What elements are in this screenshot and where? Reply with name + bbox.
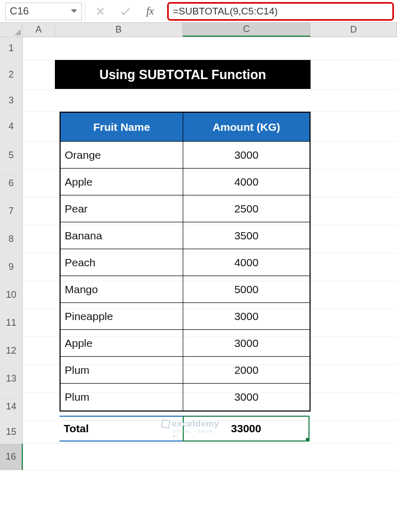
table-row: Plum3000	[61, 384, 310, 411]
fruit-amount[interactable]: 4000	[183, 169, 310, 195]
formula-bar: C16 fx =SUBTOTAL(9,C5:C14)	[0, 0, 397, 23]
cell-D13[interactable]	[311, 365, 397, 392]
fruit-name[interactable]: Apple	[61, 169, 183, 195]
sheet-area: 1 2 3 4 5 6 7 8 9 10 11 12 13 14 15 16 U…	[0, 37, 397, 470]
fx-label: fx	[146, 5, 154, 17]
cell-A1[interactable]	[23, 37, 55, 59]
cell-D3[interactable]	[311, 90, 397, 111]
row-head-3[interactable]: 3	[0, 90, 23, 111]
fruit-amount[interactable]: 3000	[183, 384, 310, 411]
cell-A8[interactable]	[23, 225, 55, 253]
fruit-name[interactable]: Plum	[61, 384, 183, 411]
cell-D16[interactable]	[311, 444, 397, 470]
fruit-name[interactable]: Plum	[61, 357, 183, 383]
cell-A15[interactable]	[23, 421, 55, 443]
cell-A6[interactable]	[23, 170, 55, 197]
fruit-amount[interactable]: 2500	[183, 195, 310, 222]
table-row: Plum2000	[61, 357, 310, 384]
cell-A12[interactable]	[23, 337, 55, 364]
row-head-1[interactable]: 1	[0, 37, 23, 59]
name-box-value: C16	[10, 5, 71, 17]
cell-D10[interactable]	[311, 281, 397, 309]
row-head-8[interactable]: 8	[0, 225, 23, 253]
formula-text: =SUBTOTAL(9,C5:C14)	[173, 6, 278, 17]
cell-C1[interactable]	[183, 37, 311, 59]
fruit-name[interactable]: Mango	[61, 276, 183, 302]
fruit-name[interactable]: Peach	[61, 249, 183, 276]
cell-A4[interactable]	[23, 112, 55, 141]
row-head-5[interactable]: 5	[0, 142, 23, 169]
cell-A5[interactable]	[23, 142, 55, 169]
cell-D1[interactable]	[311, 37, 397, 59]
cell-A7[interactable]	[23, 197, 55, 225]
cell-D5[interactable]	[311, 142, 397, 169]
name-box[interactable]: C16	[5, 3, 82, 20]
cell-A14[interactable]	[23, 393, 55, 420]
fruit-amount[interactable]: 3000	[183, 303, 310, 329]
formula-input[interactable]: =SUBTOTAL(9,C5:C14)	[167, 2, 394, 21]
select-all-corner[interactable]	[0, 23, 23, 37]
cell-A3[interactable]	[23, 90, 55, 111]
cell-D15[interactable]	[311, 421, 397, 443]
row-head-2[interactable]: 2	[0, 60, 23, 89]
fruit-name[interactable]: Banana	[61, 222, 183, 249]
row-head-6[interactable]: 6	[0, 170, 23, 197]
cell-D4[interactable]	[311, 112, 397, 141]
row-16: 16	[0, 444, 397, 470]
fruit-amount[interactable]: 3000	[183, 330, 310, 356]
table-row: Apple3000	[61, 330, 310, 357]
row-head-10[interactable]: 10	[0, 281, 23, 309]
cell-A2[interactable]	[23, 60, 55, 89]
fruit-amount[interactable]: 3000	[183, 142, 310, 168]
cell-D8[interactable]	[311, 225, 397, 253]
cell-B3[interactable]	[55, 90, 183, 111]
fruit-name[interactable]: Orange	[61, 142, 183, 168]
cell-A13[interactable]	[23, 365, 55, 392]
cell-B16[interactable]	[55, 444, 183, 470]
col-head-C[interactable]: C	[183, 23, 311, 37]
row-head-7[interactable]: 7	[0, 197, 23, 225]
cell-C16[interactable]	[183, 444, 311, 470]
row-head-15[interactable]: 15	[0, 421, 23, 443]
fruit-name[interactable]: Pineapple	[61, 303, 183, 329]
active-cell-C16[interactable]: 33000	[183, 416, 310, 442]
cell-D9[interactable]	[311, 253, 397, 281]
insert-function-button[interactable]: fx	[138, 3, 162, 20]
cell-B1[interactable]	[55, 37, 183, 59]
cell-D2[interactable]	[311, 60, 397, 89]
row-head-16[interactable]: 16	[0, 444, 23, 470]
cell-A11[interactable]	[23, 309, 55, 337]
cell-D6[interactable]	[311, 170, 397, 197]
cell-A10[interactable]	[23, 281, 55, 309]
col-head-D[interactable]: D	[311, 23, 397, 37]
cell-D7[interactable]	[311, 197, 397, 225]
total-label[interactable]: Total	[60, 416, 183, 442]
fruit-amount[interactable]: 4000	[183, 249, 310, 276]
fruit-name[interactable]: Apple	[61, 330, 183, 356]
row-3: 3	[0, 90, 397, 112]
col-head-A[interactable]: A	[23, 23, 55, 37]
cell-A16[interactable]	[23, 444, 55, 470]
table-row: Mango5000	[61, 276, 310, 303]
cell-D14[interactable]	[311, 393, 397, 420]
fruit-amount[interactable]: 2000	[183, 357, 310, 383]
cell-D12[interactable]	[311, 337, 397, 364]
cancel-icon[interactable]	[89, 3, 112, 20]
row-head-12[interactable]: 12	[0, 337, 23, 364]
cell-C3[interactable]	[183, 90, 311, 111]
row-head-4[interactable]: 4	[0, 112, 23, 141]
table-row: Pineapple3000	[61, 303, 310, 330]
chevron-down-icon[interactable]	[71, 9, 77, 13]
col-head-B[interactable]: B	[55, 23, 183, 37]
fruit-amount[interactable]: 5000	[183, 276, 310, 302]
cell-A9[interactable]	[23, 253, 55, 281]
row-head-9[interactable]: 9	[0, 253, 23, 281]
fruit-name[interactable]: Pear	[61, 195, 183, 222]
header-amount: Amount (KG)	[183, 113, 310, 141]
row-head-13[interactable]: 13	[0, 365, 23, 392]
cell-D11[interactable]	[311, 309, 397, 337]
row-head-14[interactable]: 14	[0, 393, 23, 420]
fruit-amount[interactable]: 3500	[183, 222, 310, 249]
row-head-11[interactable]: 11	[0, 309, 23, 337]
enter-icon[interactable]	[113, 3, 137, 20]
